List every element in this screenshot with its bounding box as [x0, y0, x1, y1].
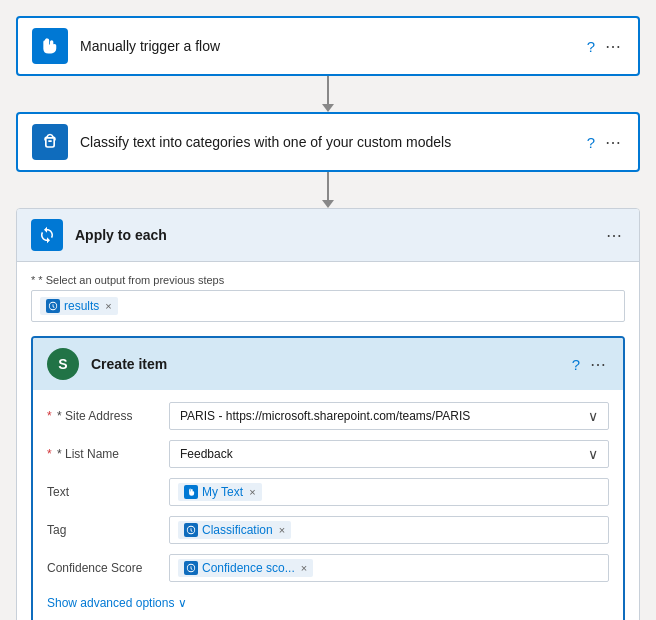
- text-tag-close[interactable]: ×: [249, 486, 255, 498]
- list-required: *: [47, 447, 55, 461]
- confidence-tag-icon: [184, 561, 198, 575]
- apply-to-each-block: Apply to each ⋯ * * Select an output fro…: [16, 208, 640, 620]
- create-item-body: * * Site Address PARIS - https://microso…: [33, 390, 623, 620]
- list-name-dropdown[interactable]: Feedback ∨: [169, 440, 609, 468]
- trigger-help-icon[interactable]: ?: [587, 38, 595, 55]
- text-tag-label: My Text: [202, 485, 243, 499]
- trigger-icon: [32, 28, 68, 64]
- results-tag-close[interactable]: ×: [105, 300, 111, 312]
- tag-row: Tag Classification: [47, 516, 609, 544]
- classify-step: Classify text into categories with one o…: [16, 112, 640, 172]
- arrow-head-1: [322, 104, 334, 112]
- confidence-icon-svg: [186, 563, 196, 573]
- confidence-tag: Confidence sco... ×: [178, 559, 313, 577]
- flow-container: Manually trigger a flow ? ⋯ Classify tex…: [16, 16, 640, 620]
- text-value: My Text ×: [169, 478, 609, 506]
- show-advanced-options[interactable]: Show advanced options ∨: [47, 592, 609, 614]
- classify-title: Classify text into categories with one o…: [80, 134, 575, 150]
- arrow-head-2: [322, 200, 334, 208]
- results-tag-label: results: [64, 299, 99, 313]
- apply-title: Apply to each: [75, 227, 592, 243]
- site-address-value: PARIS - https://microsoft.sharepoint.com…: [169, 402, 609, 430]
- tag-tag-input[interactable]: Classification ×: [169, 516, 609, 544]
- tag-tag-close[interactable]: ×: [279, 524, 285, 536]
- results-tag: results ×: [40, 297, 118, 315]
- classify-more-button[interactable]: ⋯: [603, 133, 624, 152]
- trigger-actions: ? ⋯: [587, 37, 624, 56]
- select-output-label: * * Select an output from previous steps: [31, 274, 625, 286]
- arrow-line-2: [327, 172, 329, 200]
- site-address-label: * * Site Address: [47, 409, 157, 423]
- site-address-chevron: ∨: [588, 408, 598, 424]
- text-icon-svg: [186, 487, 196, 497]
- create-item-title: Create item: [91, 356, 560, 372]
- arrow-line-1: [327, 76, 329, 104]
- tag-tag-icon: [184, 523, 198, 537]
- text-row: Text My Text: [47, 478, 609, 506]
- confidence-label: Confidence Score: [47, 561, 157, 575]
- classify-icon: [32, 124, 68, 160]
- create-item-header: S Create item ? ⋯: [33, 338, 623, 390]
- select-output-section: * * Select an output from previous steps…: [31, 274, 625, 322]
- confidence-value: Confidence sco... ×: [169, 554, 609, 582]
- create-item-block: S Create item ? ⋯ * * Site Address: [31, 336, 625, 620]
- site-address-dropdown[interactable]: PARIS - https://microsoft.sharepoint.com…: [169, 402, 609, 430]
- apply-header: Apply to each ⋯: [17, 209, 639, 262]
- text-tag-icon: [184, 485, 198, 499]
- arrow-1: [322, 76, 334, 112]
- confidence-tag-label: Confidence sco...: [202, 561, 295, 575]
- create-item-more-button[interactable]: ⋯: [588, 355, 609, 374]
- output-tag-input[interactable]: results ×: [31, 290, 625, 322]
- confidence-tag-close[interactable]: ×: [301, 562, 307, 574]
- list-name-label: * * List Name: [47, 447, 157, 461]
- classify-help-icon[interactable]: ?: [587, 134, 595, 151]
- tag-tag: Classification ×: [178, 521, 291, 539]
- site-address-text: PARIS - https://microsoft.sharepoint.com…: [180, 409, 470, 423]
- apply-body: * * Select an output from previous steps…: [17, 262, 639, 620]
- site-address-row: * * Site Address PARIS - https://microso…: [47, 402, 609, 430]
- trigger-more-button[interactable]: ⋯: [603, 37, 624, 56]
- hand-svg: [40, 36, 60, 56]
- results-icon-svg: [48, 301, 58, 311]
- apply-icon: [31, 219, 63, 251]
- create-item-help-icon[interactable]: ?: [572, 356, 580, 373]
- create-item-icon: S: [47, 348, 79, 380]
- show-advanced-chevron: ∨: [178, 596, 187, 610]
- tag-value: Classification ×: [169, 516, 609, 544]
- trigger-step: Manually trigger a flow ? ⋯: [16, 16, 640, 76]
- create-item-actions: ? ⋯: [572, 355, 609, 374]
- text-label: Text: [47, 485, 157, 499]
- confidence-tag-input[interactable]: Confidence sco... ×: [169, 554, 609, 582]
- apply-more-button[interactable]: ⋯: [604, 226, 625, 245]
- text-tag: My Text ×: [178, 483, 262, 501]
- tag-label: Tag: [47, 523, 157, 537]
- confidence-row: Confidence Score Conf: [47, 554, 609, 582]
- tag-tag-label: Classification: [202, 523, 273, 537]
- list-name-row: * * List Name Feedback ∨: [47, 440, 609, 468]
- trigger-title: Manually trigger a flow: [80, 38, 575, 54]
- classify-actions: ? ⋯: [587, 133, 624, 152]
- site-required: *: [47, 409, 55, 423]
- loop-svg: [38, 226, 56, 244]
- arrow-2: [322, 172, 334, 208]
- list-name-value: Feedback ∨: [169, 440, 609, 468]
- create-item-icon-letter: S: [58, 356, 67, 372]
- classify-svg: [40, 132, 60, 152]
- list-name-chevron: ∨: [588, 446, 598, 462]
- tag-icon-svg: [186, 525, 196, 535]
- list-name-text: Feedback: [180, 447, 233, 461]
- results-tag-icon: [46, 299, 60, 313]
- show-advanced-label: Show advanced options: [47, 596, 174, 610]
- text-tag-input[interactable]: My Text ×: [169, 478, 609, 506]
